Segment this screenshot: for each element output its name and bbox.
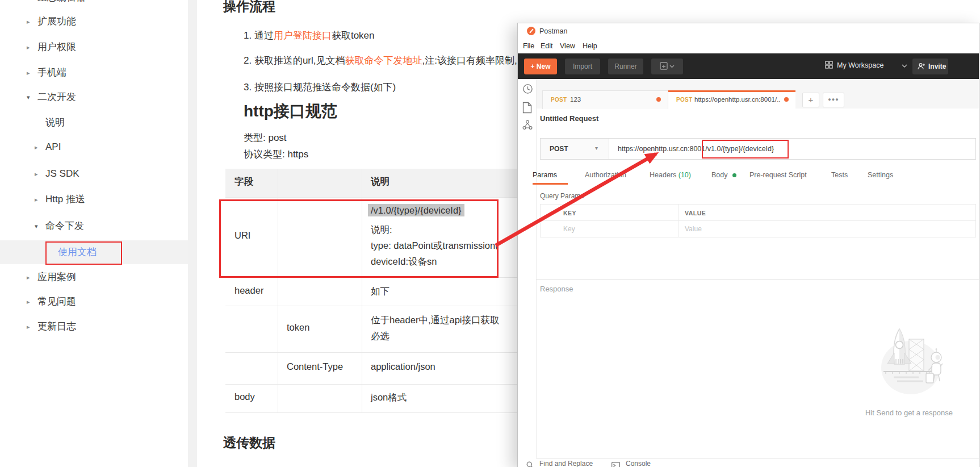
params-input-row[interactable]: Key Value bbox=[540, 220, 976, 237]
response-label: Response bbox=[540, 285, 573, 293]
invite-button[interactable]: Invite bbox=[912, 59, 948, 74]
cell-header-desc: 如下 bbox=[371, 285, 390, 298]
tab-tests[interactable]: Tests bbox=[831, 171, 848, 179]
cell-header: header bbox=[234, 285, 263, 296]
url-input[interactable]: https://openhttp.usr.cn:8001/v1.0/{type}… bbox=[618, 139, 774, 159]
sidebar-item-configurator[interactable]: 组态编辑器 bbox=[37, 0, 86, 6]
request-tab-active[interactable]: POST https://openhttp.usr.cn:8001/... bbox=[668, 90, 795, 110]
url-highlighted-path: /v1.0/{type}/{deviceId} bbox=[705, 145, 774, 153]
cell-uri-desc: 说明: bbox=[371, 224, 392, 236]
sidebar-item-js-sdk[interactable]: ▸ JS SDK bbox=[45, 166, 79, 182]
headers-count-badge: (10) bbox=[679, 171, 691, 179]
method-label: POST bbox=[550, 145, 568, 153]
menu-edit[interactable]: Edit bbox=[541, 42, 553, 50]
sidebar: 组态编辑器 ▸ 扩展功能 ▸ 用户权限 ▸ 手机端 ▾ 二次开发 说明 ▸ AP… bbox=[0, 0, 188, 467]
sidebar-item-label: 用户权限 bbox=[37, 41, 76, 52]
chevron-right-icon: ▸ bbox=[27, 294, 30, 310]
import-button[interactable]: Import bbox=[565, 59, 600, 74]
tab-body[interactable]: Body bbox=[711, 171, 728, 179]
sidebar-item-secondary-dev[interactable]: ▾ 二次开发 bbox=[37, 89, 76, 105]
sidebar-item-label: 手机端 bbox=[37, 67, 66, 78]
collection-file-icon[interactable] bbox=[522, 102, 532, 114]
workspace-selector[interactable]: My Workspace bbox=[837, 61, 883, 69]
step-text: 2. 获取推送的url,见文档 bbox=[244, 55, 345, 66]
step-text: 1. 通过 bbox=[244, 30, 274, 41]
postman-titlebar[interactable]: Postman bbox=[518, 23, 979, 39]
tab-params[interactable]: Params bbox=[533, 171, 557, 179]
cell-content-type: Content-Type bbox=[287, 361, 343, 372]
history-icon[interactable] bbox=[522, 84, 533, 94]
sidebar-scrollbar[interactable] bbox=[188, 0, 197, 467]
method-dropdown[interactable]: POST ▾ bbox=[541, 139, 609, 159]
key-column-header: KEY bbox=[563, 210, 576, 216]
sidebar-item-label: 扩展功能 bbox=[37, 16, 76, 27]
tab-settings[interactable]: Settings bbox=[868, 171, 893, 179]
more-icon: ●●● bbox=[828, 97, 839, 102]
chevron-down-icon: ▾ bbox=[27, 89, 30, 105]
doc-type-line: 类型: post bbox=[244, 131, 287, 144]
share-network-icon[interactable] bbox=[522, 120, 533, 130]
new-window-button[interactable] bbox=[651, 59, 683, 74]
doc-heading-passthrough: 透传数据 bbox=[223, 434, 275, 452]
chevron-right-icon: ▸ bbox=[27, 14, 30, 30]
new-window-icon bbox=[660, 62, 675, 71]
key-input[interactable]: Key bbox=[563, 225, 575, 233]
url-bar: POST ▾ https://openhttp.usr.cn:8001/v1.0… bbox=[540, 138, 976, 160]
cell-uri-type: type: dataPoint或transmission( bbox=[371, 240, 499, 252]
sidebar-item-faq[interactable]: ▸ 常见问题 bbox=[37, 294, 76, 310]
col-header-desc: 说明 bbox=[371, 176, 390, 188]
tab-headers[interactable]: Headers (10) bbox=[650, 171, 691, 179]
sidebar-item-description[interactable]: 说明 bbox=[45, 115, 65, 131]
unsaved-dot-icon bbox=[784, 97, 789, 102]
response-divider bbox=[536, 279, 979, 280]
request-name[interactable]: Untitled Request bbox=[540, 114, 598, 123]
login-api-link[interactable]: 用户登陆接口 bbox=[274, 30, 332, 41]
url-prefix: https://openhttp.usr.cn:8001 bbox=[618, 145, 705, 153]
chevron-right-icon: ▸ bbox=[35, 166, 38, 182]
sidebar-item-use-cases[interactable]: ▸ 应用案例 bbox=[37, 269, 76, 285]
request-tab-123[interactable]: POST 123 bbox=[542, 90, 668, 109]
statusbar-divider bbox=[536, 458, 979, 458]
menu-help[interactable]: Help bbox=[583, 42, 597, 50]
chevron-down-icon[interactable] bbox=[902, 64, 907, 68]
new-button[interactable]: + New bbox=[524, 59, 557, 74]
doc-step-1: 1. 通过用户登陆接口获取token bbox=[244, 29, 375, 42]
sidebar-item-command-send[interactable]: ▾ 命令下发 bbox=[45, 218, 84, 234]
workspace-grid-icon bbox=[825, 61, 833, 69]
sidebar-item-label: 使用文档 bbox=[58, 247, 97, 257]
tab-pre-request-script[interactable]: Pre-request Script bbox=[749, 171, 807, 179]
sidebar-item-label: 应用案例 bbox=[37, 272, 76, 282]
sidebar-item-label: 说明 bbox=[45, 117, 65, 128]
get-command-url-link[interactable]: 获取命令下发地址 bbox=[345, 55, 422, 66]
step-text: ,注:该接口有频率限制, bbox=[422, 55, 517, 66]
find-and-replace-button[interactable]: Find and Replace bbox=[539, 460, 593, 467]
runner-button[interactable]: Runner bbox=[608, 59, 643, 74]
uri-path-highlighted: /v1.0/{type}/{deviceId} bbox=[368, 204, 464, 216]
menu-file[interactable]: File bbox=[523, 42, 534, 50]
cell-body-desc: json格式 bbox=[371, 391, 407, 404]
invite-person-icon bbox=[918, 62, 925, 70]
sidebar-item-permissions[interactable]: ▸ 用户权限 bbox=[37, 39, 76, 55]
sidebar-item-http-push[interactable]: ▸ Http 推送 bbox=[45, 191, 85, 207]
sidebar-item-changelog[interactable]: ▸ 更新日志 bbox=[37, 319, 76, 335]
chevron-down-icon: ▾ bbox=[595, 145, 598, 151]
body-set-dot-icon bbox=[732, 173, 736, 177]
sidebar-item-extensions[interactable]: ▸ 扩展功能 bbox=[37, 14, 76, 30]
sidebar-item-mobile[interactable]: ▸ 手机端 bbox=[37, 65, 66, 81]
active-tab-underline bbox=[533, 183, 568, 185]
more-tabs-button[interactable]: ●●● bbox=[823, 93, 844, 107]
chevron-right-icon: ▸ bbox=[27, 319, 30, 335]
search-icon bbox=[526, 461, 534, 467]
sidebar-item-usage-doc-active[interactable]: 使用文档 bbox=[58, 244, 97, 260]
sidebar-item-api[interactable]: ▸ API bbox=[45, 139, 61, 155]
postman-toolbar: + New Import Runner My Workspace bbox=[518, 53, 979, 79]
tab-authorization[interactable]: Authorization bbox=[585, 171, 626, 179]
add-tab-button[interactable]: + bbox=[802, 93, 819, 107]
console-button[interactable]: Console bbox=[626, 460, 651, 467]
sidebar-item-label: 更新日志 bbox=[37, 321, 76, 332]
cell-uri-deviceid: deviceId:设备sn bbox=[371, 256, 437, 268]
menu-view[interactable]: View bbox=[560, 42, 575, 50]
value-input[interactable]: Value bbox=[685, 225, 702, 233]
icon-strip-divider bbox=[536, 79, 537, 458]
sidebar-item-label: 常见问题 bbox=[37, 296, 76, 307]
